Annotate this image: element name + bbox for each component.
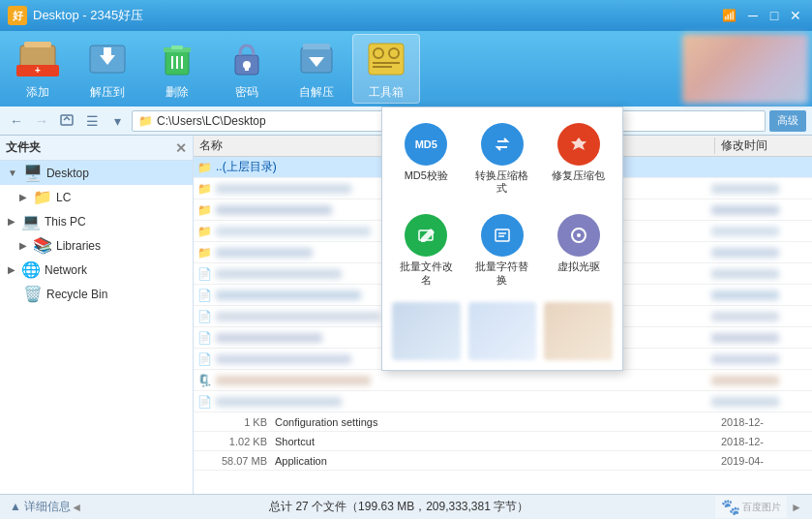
sidebar-header: 文件夹 ✕ [0,136,193,161]
sidebar-label-thispc: This PC [45,215,86,229]
back-button[interactable]: ← [6,110,27,132]
menu-item-repair[interactable]: 修复压缩包 [544,117,613,200]
network-icon: 🌐 [21,260,41,279]
table-row[interactable]: 📄 [194,391,812,412]
view-toggle-button[interactable]: ☰ [81,110,103,132]
file-date-info-1: 2018-12- [721,436,808,447]
toolbar-extract-button[interactable]: 解压到 [74,34,141,104]
sidebar-item-recyclebin[interactable]: 🗑️ Recycle Bin [0,282,193,306]
table-row[interactable]: 🗜️ [194,370,812,391]
sidebar-item-lc[interactable]: ▶ 📁 LC [0,185,193,209]
close-button[interactable]: ✕ [787,7,804,24]
sidebar-title: 文件夹 [6,139,41,156]
file-icon-5: 📄 [197,289,212,302]
delete-label: 删除 [165,84,189,101]
svg-rect-15 [245,65,249,71]
file-icon-10: 📄 [197,395,212,409]
file-date-3 [711,248,808,258]
tools-dropdown-menu: MD5 MD5校验 转换压缩格式 [381,107,623,371]
expand-arrow-network: ▶ [8,264,15,275]
maximize-button[interactable]: □ [766,7,783,24]
file-info-row-0[interactable]: 1 KB Configuration settings 2018-12- [194,412,812,432]
batchreplace-label: 批量字符替换 [472,260,533,286]
file-icon-9: 🗜️ [197,374,212,387]
folder-icon-lc: 📁 [33,188,52,206]
file-icon-0: 📁 [197,182,212,196]
minimize-button[interactable]: ─ [744,7,762,24]
file-icon-4: 📄 [197,267,212,281]
toolbar-delete-button[interactable]: 删除 [143,34,211,104]
menu-item-convert[interactable]: 转换压缩格式 [468,117,537,200]
scroll-right-icon[interactable]: ► [791,501,802,514]
svg-rect-9 [171,46,183,49]
sidebar-label-desktop: Desktop [46,167,89,180]
toolbar-password-button[interactable]: 密码 [213,34,281,104]
baidu-paw-icon: 🐾 [721,498,740,516]
sidebar-label-lc: LC [56,191,71,204]
blurred-item-1 [392,302,461,360]
col-date[interactable]: 修改时间 [715,137,812,154]
libraries-icon: 📚 [33,236,52,255]
file-date-0 [711,184,808,194]
sidebar-item-network[interactable]: ▶ 🌐 Network [0,258,193,282]
svg-point-25 [491,133,514,156]
file-name-9: 🗜️ [197,374,711,387]
file-date-7 [711,333,808,343]
file-icon-7: 📄 [197,331,212,345]
sidebar-close-button[interactable]: ✕ [175,140,187,156]
menu-item-batchreplace[interactable]: 批量字符替换 [468,208,537,291]
view-dropdown-button[interactable]: ▾ [106,110,128,132]
vdrive-icon [557,214,600,257]
toolbar-tools-button[interactable]: 工具箱 [352,34,420,104]
status-info: 总计 27 个文件（199.63 MB，209,333,381 字节） [82,499,715,515]
right-preview [682,34,808,104]
file-icon-3: 📁 [197,246,212,260]
batchrename-icon [405,214,447,257]
status-bar: ▲ 详细信息 ◄ 总计 27 个文件（199.63 MB，209,333,381… [0,494,812,519]
svg-rect-18 [303,44,330,49]
toolbar-add-button[interactable]: + 添加 [4,34,72,104]
file-size-1: 1.02 KB [197,436,275,447]
file-date-2 [711,227,808,236]
file-size-2: 58.07 MB [197,455,275,467]
sidebar: 文件夹 ✕ ▼ 🖥️ Desktop ▶ 📁 LC ▶ 💻 This PC ▶ … [0,136,194,494]
sidebar-label-libraries: Libraries [56,239,101,253]
file-info-row-1[interactable]: 1.02 KB Shortcut 2018-12- [194,432,812,451]
repair-label: 修复压缩包 [552,169,605,182]
svg-rect-6 [104,47,111,57]
password-label: 密码 [235,84,258,101]
sidebar-item-libraries[interactable]: ▶ 📚 Libraries [0,233,193,258]
selfextract-label: 自解压 [299,84,334,101]
file-type-1: Shortcut [275,436,721,447]
sidebar-item-desktop[interactable]: ▼ 🖥️ Desktop [0,161,193,185]
file-info-row-2[interactable]: 58.07 MB Application 2019-04- [194,451,812,471]
sidebar-label-network: Network [45,263,87,277]
forward-button[interactable]: → [31,110,52,132]
file-date-6 [711,312,808,321]
extract-label: 解压到 [90,84,125,101]
menu-item-md5[interactable]: MD5 MD5校验 [392,117,461,200]
watermark: 🐾 百度图片 [715,496,787,518]
file-type-0: Configuration settings [275,416,721,428]
file-icon-8: 📄 [197,352,212,366]
wifi-icon: 📶 [722,9,737,22]
baidu-text: 百度图片 [742,501,781,514]
toolbar-selfextract-button[interactable]: 自解压 [283,34,350,104]
svg-text:+: + [35,65,41,76]
detail-info-toggle[interactable]: ▲ 详细信息 [10,499,71,515]
file-icon-1: 📁 [197,203,212,217]
title-controls: ─ □ ✕ [744,7,804,24]
file-date-9 [711,376,808,385]
advanced-button[interactable]: 高级 [769,110,806,132]
menu-item-vdrive[interactable]: 虚拟光驱 [544,208,613,291]
scroll-left-icon[interactable]: ◄ [71,501,82,514]
batchreplace-icon [481,214,524,257]
blurred-item-2 [468,302,537,360]
file-date-info-2: 2019-04- [721,455,808,467]
expand-arrow-thispc: ▶ [8,216,15,227]
up-button[interactable] [56,110,77,132]
expand-arrow-desktop: ▼ [8,168,17,178]
thispc-icon: 💻 [21,212,41,230]
sidebar-item-thispc[interactable]: ▶ 💻 This PC [0,209,193,233]
menu-item-batchrename[interactable]: 批量文件改名 [392,208,461,291]
